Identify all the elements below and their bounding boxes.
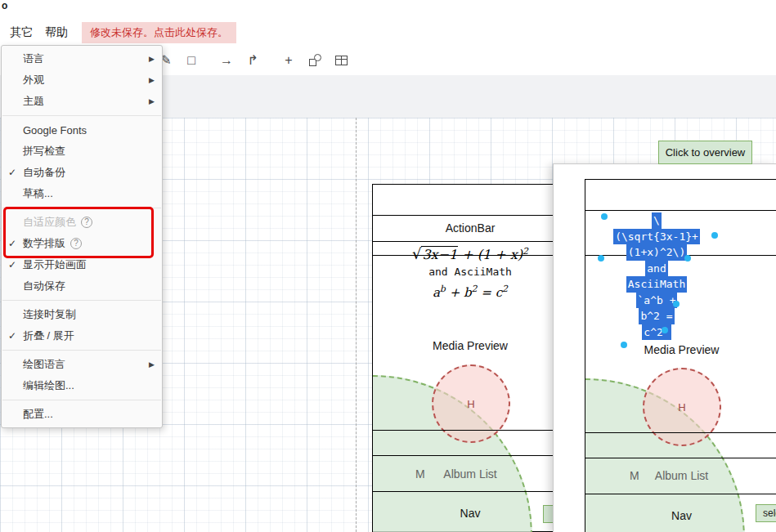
menu-item-drafts[interactable]: 草稿...	[2, 183, 162, 204]
album-list-label[interactable]: Album List	[373, 467, 567, 481]
selected-text-line[interactable]: \	[652, 212, 662, 229]
nav-label[interactable]: Nav	[373, 507, 567, 520]
math-line-2: and AsciiMath	[373, 264, 567, 280]
submenu-arrow-icon: ▶	[149, 76, 155, 84]
selection-handle[interactable]	[673, 301, 680, 307]
insert-icon[interactable]: +	[279, 45, 298, 75]
selection-handle[interactable]	[598, 255, 604, 262]
menu-item-label: 折叠 / 展开	[23, 329, 74, 343]
menu-item-show-start-screen[interactable]: ✓显示开始画面	[2, 254, 162, 275]
selected-text-line[interactable]: (\sqrt{3x-1}+	[613, 229, 700, 245]
selection-handle[interactable]	[711, 232, 718, 239]
menu-item-auto-backup[interactable]: ✓自动备份	[2, 162, 162, 183]
menu-item-configuration[interactable]: 配置...	[2, 404, 162, 425]
selected-text-line[interactable]: b^2 =	[639, 308, 674, 324]
math-line-1: √3x−1 + (1 + x)2	[373, 243, 567, 264]
h-circle-label: H	[678, 401, 685, 414]
submenu-arrow-icon: ▶	[149, 360, 155, 369]
menu-item-google-fonts[interactable]: Google Fonts	[2, 119, 162, 141]
menubar: 其它 帮助 修改未保存。点击此处保存。	[0, 0, 776, 45]
media-preview-label[interactable]: Media Preview	[585, 343, 776, 356]
menu-item-theme[interactable]: 主题▶	[2, 91, 162, 112]
menu-item-label: 数学排版	[23, 236, 65, 251]
menu-item-label: 编辑绘图...	[23, 378, 74, 393]
submenu-arrow-icon: ▶	[149, 97, 155, 105]
menu-divider	[2, 300, 161, 301]
h-circle-shape[interactable]: H	[643, 368, 721, 446]
selected-text-line[interactable]: and	[645, 261, 667, 277]
section-divider	[585, 494, 776, 494]
selection-handle[interactable]	[662, 327, 668, 333]
submenu-arrow-icon: ▶	[149, 55, 155, 63]
menu-item-label: 自动保存	[23, 279, 65, 293]
shapes-icon[interactable]	[306, 45, 325, 75]
selected-text-line[interactable]: `a^b +	[636, 293, 678, 309]
h-circle-label: H	[467, 398, 474, 410]
menu-item-spell-check[interactable]: 拼写检查	[2, 141, 162, 162]
preview-panel: H Media Preview M Album List Nav sele \(…	[553, 163, 776, 532]
drawio-app: o 其它 帮助 修改未保存。点击此处保存。 ✎ □ → ↱ + H Action…	[0, 0, 776, 532]
selection-handle[interactable]	[621, 342, 627, 348]
selection-handle[interactable]	[601, 213, 608, 220]
menu-item-label: 外观	[23, 73, 44, 87]
section-divider	[373, 430, 567, 431]
section-divider	[585, 458, 776, 458]
math-line-3: ab + b2 = c2	[373, 280, 567, 302]
menu-divider	[2, 350, 161, 351]
section-divider	[373, 215, 567, 216]
menu-item-label: 草稿...	[23, 186, 53, 201]
mobile-layout-shape[interactable]: H ActionBar √3x−1 + (1 + x)2 and AsciiMa…	[372, 184, 568, 532]
unsaved-warning[interactable]: 修改未保存。点击此处保存。	[82, 22, 236, 43]
selected-math-text[interactable]: \(\sqrt{3x-1}+(1+x)^2\)andAsciiMath`a^b …	[595, 212, 718, 340]
nav-label[interactable]: Nav	[585, 509, 776, 522]
menu-item-diagram-language[interactable]: 绘图语言▶	[2, 354, 162, 375]
check-icon: ✓	[2, 259, 23, 270]
media-preview-label[interactable]: Media Preview	[373, 339, 567, 352]
menu-item-adaptive-colors[interactable]: 自适应颜色?	[2, 212, 162, 233]
check-icon: ✓	[2, 330, 23, 342]
section-divider	[585, 210, 776, 211]
page-boundary-line	[356, 118, 357, 532]
help-icon[interactable]: ?	[81, 217, 92, 228]
section-divider	[373, 455, 567, 456]
h-circle-shape[interactable]: H	[432, 364, 510, 443]
menu-other[interactable]: 其它	[10, 25, 33, 40]
menu-item-label: 拼写检查	[23, 144, 65, 159]
menu-divider	[2, 400, 161, 400]
preview-shape[interactable]: H Media Preview M Album List Nav sele \(…	[585, 179, 776, 532]
check-icon: ✓	[2, 167, 23, 178]
section-divider	[373, 491, 567, 492]
menu-item-label: 显示开始画面	[23, 257, 87, 272]
album-list-label[interactable]: Album List	[585, 469, 776, 482]
menu-item-autosave[interactable]: 自动保存	[2, 275, 162, 297]
sqrt-sign: √	[412, 245, 421, 262]
menu-item-collapse-expand[interactable]: ✓折叠 / 展开	[2, 325, 162, 346]
menu-help[interactable]: 帮助	[45, 25, 68, 40]
connection-icon[interactable]: →	[217, 45, 236, 75]
menu-item-math-typesetting[interactable]: ✓数学排版?	[2, 233, 162, 254]
math-formula[interactable]: √3x−1 + (1 + x)2 and AsciiMath ab + b2 =…	[373, 243, 567, 302]
menu-item-label: 绘图语言	[23, 357, 65, 372]
menu-item-label: 连接时复制	[23, 307, 76, 322]
actionbar-label[interactable]: ActionBar	[373, 221, 567, 235]
check-icon: ✓	[2, 238, 23, 249]
menu-item-language[interactable]: 语言▶	[2, 48, 162, 69]
menu-item-edit-diagram[interactable]: 编辑绘图...	[2, 375, 162, 396]
table-icon[interactable]	[332, 45, 352, 75]
section-divider	[373, 241, 567, 242]
waypoints-icon[interactable]: ↱	[243, 45, 262, 75]
menu-item-label: 配置...	[23, 407, 53, 422]
select-button[interactable]: sele	[756, 504, 776, 522]
selection-handle[interactable]	[684, 255, 691, 262]
menu-item-label: 自动备份	[23, 165, 65, 180]
help-icon[interactable]: ?	[70, 238, 82, 249]
overview-button[interactable]: Click to overview	[658, 141, 752, 164]
menu-item-appearance[interactable]: 外观▶	[2, 69, 162, 91]
section-divider	[585, 432, 776, 433]
menu-item-copy-on-connect[interactable]: 连接时复制	[2, 304, 162, 325]
menu-item-label: 自适应颜色	[23, 215, 76, 230]
selected-text-line[interactable]: AsciiMath	[626, 276, 687, 293]
selected-text-line[interactable]: (1+x)^2\)	[626, 244, 687, 261]
menu-item-label: 语言	[23, 51, 44, 66]
shadow-icon[interactable]: □	[182, 45, 201, 75]
